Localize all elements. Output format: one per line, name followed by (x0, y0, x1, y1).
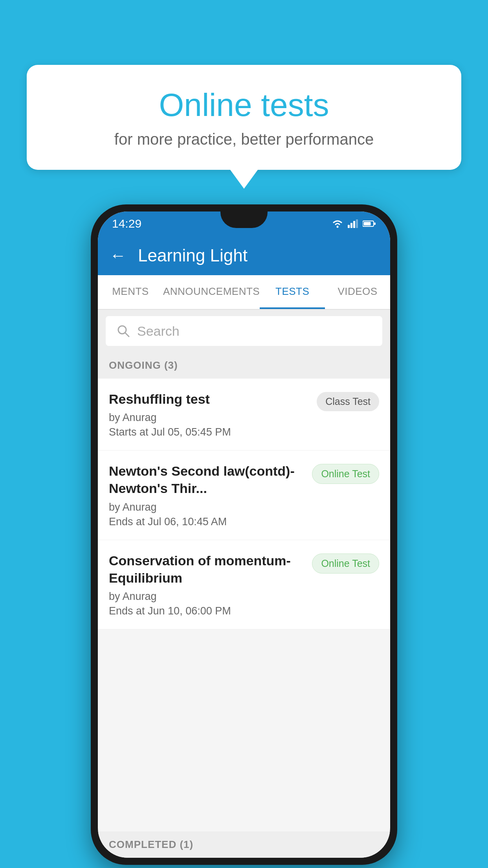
completed-section-header: COMPLETED (1) (98, 831, 390, 858)
promo-title: Online tests (50, 86, 438, 123)
test-time-2: Ends at Jul 06, 10:45 AM (109, 516, 304, 528)
signal-icon (348, 219, 358, 228)
test-by-3: by Anurag (109, 590, 304, 603)
test-badge-2: Online Test (312, 464, 379, 484)
test-name-3: Conservation of momentum-Equilibrium (109, 552, 304, 587)
tab-announcements[interactable]: ANNOUNCEMENTS (163, 275, 260, 309)
test-item-newton[interactable]: Newton's Second law(contd)-Newton's Thir… (98, 451, 390, 540)
phone-frame: 14:29 (91, 204, 397, 865)
search-bar[interactable]: Search (106, 316, 382, 346)
search-container: Search (98, 310, 390, 352)
promo-card: Online tests for more practice, better p… (27, 65, 461, 170)
status-bar: 14:29 (98, 211, 390, 236)
promo-subtitle: for more practice, better performance (50, 131, 438, 148)
svg-rect-4 (356, 219, 358, 228)
tab-tests[interactable]: TESTS (260, 275, 325, 309)
test-item-conservation[interactable]: Conservation of momentum-Equilibrium by … (98, 540, 390, 629)
test-list: Reshuffling test by Anurag Starts at Jul… (98, 379, 390, 629)
status-icons (332, 219, 376, 228)
test-by-1: by Anurag (109, 412, 309, 424)
svg-rect-1 (348, 225, 350, 228)
wifi-icon (332, 219, 343, 228)
completed-label: COMPLETED (1) (109, 839, 193, 850)
test-name-2: Newton's Second law(contd)-Newton's Thir… (109, 462, 304, 497)
tab-ments[interactable]: MENTS (98, 275, 163, 309)
test-info-2: Newton's Second law(contd)-Newton's Thir… (109, 462, 312, 528)
search-icon (117, 324, 130, 338)
svg-rect-3 (353, 221, 355, 228)
test-info-1: Reshuffling test by Anurag Starts at Jul… (109, 390, 317, 438)
test-item-reshuffling[interactable]: Reshuffling test by Anurag Starts at Jul… (98, 379, 390, 451)
svg-line-9 (125, 333, 129, 337)
app-header: ← Learning Light (98, 236, 390, 275)
test-badge-3: Online Test (312, 554, 379, 574)
tab-videos[interactable]: VIDEOS (325, 275, 390, 309)
search-placeholder: Search (137, 324, 180, 339)
ongoing-section-header: ONGOING (3) (98, 352, 390, 379)
svg-rect-2 (350, 223, 352, 228)
test-info-3: Conservation of momentum-Equilibrium by … (109, 552, 312, 617)
svg-rect-6 (364, 222, 371, 226)
test-name-1: Reshuffling test (109, 390, 309, 408)
svg-point-0 (337, 226, 339, 228)
status-time: 14:29 (112, 217, 141, 230)
tabs-bar: MENTS ANNOUNCEMENTS TESTS VIDEOS (98, 275, 390, 310)
test-badge-1: Class Test (317, 392, 379, 411)
test-by-2: by Anurag (109, 501, 304, 513)
svg-rect-7 (374, 223, 376, 225)
phone-screen: 14:29 (98, 211, 390, 858)
test-time-3: Ends at Jun 10, 06:00 PM (109, 605, 304, 617)
back-button[interactable]: ← (110, 246, 126, 265)
battery-icon (363, 220, 376, 227)
notch (220, 211, 268, 228)
ongoing-label: ONGOING (3) (109, 359, 178, 371)
test-time-1: Starts at Jul 05, 05:45 PM (109, 426, 309, 438)
app-title: Learning Light (138, 246, 248, 265)
